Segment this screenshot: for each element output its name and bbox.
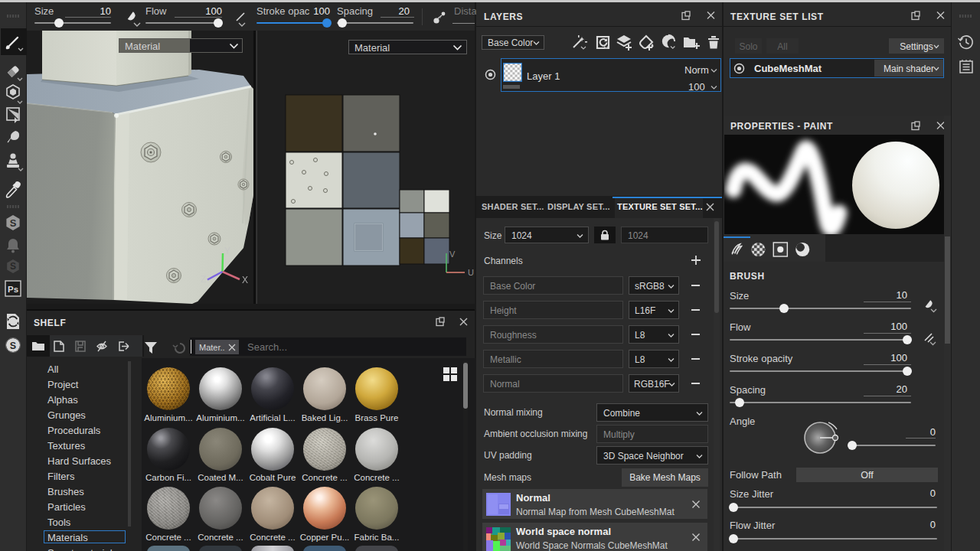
svg-text:V: V	[449, 249, 456, 259]
svg-text:X: X	[242, 275, 248, 285]
svg-text:S: S	[10, 341, 16, 351]
svg-text:U: U	[468, 268, 474, 277]
svg-text:S: S	[10, 261, 16, 272]
svg-text:Z: Z	[201, 274, 206, 285]
svg-text:Ps: Ps	[8, 285, 18, 294]
svg-text:Y: Y	[224, 246, 230, 256]
svg-text:S: S	[10, 217, 17, 229]
